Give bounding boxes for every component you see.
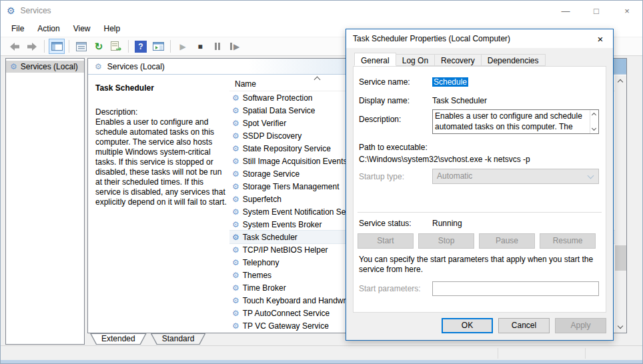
ok-button[interactable]: OK <box>442 318 493 333</box>
menu-file[interactable]: File <box>5 22 31 35</box>
service-gear-icon: ⚙ <box>232 297 239 305</box>
resume-button[interactable]: Resume <box>540 233 596 249</box>
service-gear-icon: ⚙ <box>232 195 239 203</box>
service-name: SSDP Discovery <box>243 131 301 141</box>
forward-icon[interactable] <box>24 39 40 54</box>
show-action-pane-icon[interactable] <box>150 39 166 54</box>
toolbar-separator <box>69 40 69 53</box>
window-bottom-edge <box>1 360 642 363</box>
apply-button[interactable]: Apply <box>555 318 606 333</box>
dialog-title-bar: Task Scheduler Properties (Local Compute… <box>346 29 613 48</box>
statusbar-divider <box>585 348 586 359</box>
service-name: Spatial Data Service <box>243 106 315 115</box>
menu-view[interactable]: View <box>67 22 97 35</box>
minimize-button[interactable]: — <box>550 1 581 21</box>
refresh-icon[interactable]: ↻ <box>91 39 107 54</box>
selected-service-title: Task Scheduler <box>95 83 229 93</box>
service-gear-icon: ⚙ <box>232 284 239 292</box>
menu-action[interactable]: Action <box>31 22 66 35</box>
services-scrollbar[interactable] <box>615 75 626 333</box>
service-gear-icon: ⚙ <box>232 157 239 165</box>
services-app-icon: ⚙ <box>7 5 15 16</box>
service-name: TP VC Gateway Service <box>243 321 329 331</box>
export-list-icon[interactable] <box>108 39 124 54</box>
display-name-value: Task Scheduler <box>432 96 487 105</box>
chevron-down-icon <box>588 173 594 179</box>
startup-type-label: Startup type: <box>359 172 404 181</box>
scroll-up-icon[interactable] <box>592 113 596 117</box>
close-button[interactable]: × <box>612 1 642 21</box>
service-name: Storage Service <box>243 169 299 179</box>
extended-description-pane: Task Scheduler Description: Enables a us… <box>95 83 229 207</box>
restart-service-icon[interactable]: ▶ <box>227 39 243 54</box>
service-gear-icon: ⚙ <box>232 132 239 140</box>
tree-item-label: Services (Local) <box>21 62 78 71</box>
start-service-icon[interactable]: ▶ <box>175 39 191 54</box>
tree-item-services-local[interactable]: ⚙ Services (Local) <box>6 61 84 73</box>
service-gear-icon: ⚙ <box>232 183 239 191</box>
service-gear-icon: ⚙ <box>232 94 239 102</box>
toolbar-separator <box>44 40 45 53</box>
toolbar-separator <box>170 40 171 53</box>
tab-dependencies[interactable]: Dependencies <box>482 54 546 66</box>
service-name-value: Schedule <box>432 77 468 87</box>
scrollbar-thumb[interactable] <box>615 245 626 271</box>
stop-button[interactable]: Stop <box>418 233 474 249</box>
start-parameters-input[interactable] <box>432 281 599 296</box>
service-gear-icon: ⚙ <box>232 221 239 229</box>
tab-standard[interactable]: Standard <box>151 333 206 345</box>
service-name: Themes <box>243 271 271 280</box>
toolbar-separator <box>128 40 129 53</box>
service-gear-icon: ⚙ <box>232 208 239 216</box>
console-tree: ⚙ Services (Local) <box>5 58 85 345</box>
dialog-description-label: Description: <box>359 115 401 124</box>
help-icon[interactable]: ? <box>133 39 149 54</box>
window-controls: — □ × <box>550 1 642 21</box>
show-console-tree-icon[interactable] <box>49 39 65 54</box>
cancel-button[interactable]: Cancel <box>498 318 550 333</box>
service-name: Still Image Acquisition Events <box>243 157 348 166</box>
description-scrollbar[interactable] <box>590 110 598 133</box>
service-gear-icon: ⚙ <box>232 322 239 330</box>
menu-help[interactable]: Help <box>97 22 127 35</box>
pause-service-icon[interactable] <box>209 39 225 54</box>
scroll-down-icon[interactable] <box>592 126 596 131</box>
service-gear-icon: ⚙ <box>232 259 239 267</box>
properties-dialog: Task Scheduler Properties (Local Compute… <box>346 29 614 341</box>
dialog-tabs: General Log On Recovery Dependencies <box>354 54 546 67</box>
stop-service-icon[interactable]: ■ <box>192 39 208 54</box>
general-tab-page: Service name: Schedule Display name: Tas… <box>353 66 606 313</box>
service-name: Storage Tiers Management <box>243 182 340 191</box>
service-name: System Events Broker <box>243 220 322 229</box>
services-gear-icon: ⚙ <box>95 63 102 71</box>
scroll-down-icon[interactable] <box>615 321 626 333</box>
description-field[interactable]: Enables a user to configure and schedule… <box>432 109 599 134</box>
back-icon[interactable] <box>7 39 23 54</box>
maximize-button[interactable]: □ <box>581 1 612 21</box>
tab-recovery[interactable]: Recovery <box>435 54 482 66</box>
path-value: C:\Windows\system32\svchost.exe -k netsv… <box>359 155 530 164</box>
service-status-label: Service status: <box>359 219 412 228</box>
services-gear-icon: ⚙ <box>10 63 17 71</box>
description-text: Enables a user to configure and schedule… <box>95 117 229 207</box>
tab-extended[interactable]: Extended <box>90 333 147 345</box>
tab-log-on[interactable]: Log On <box>396 54 435 66</box>
pause-button[interactable]: Pause <box>479 233 535 249</box>
properties-icon[interactable] <box>73 39 89 54</box>
service-gear-icon: ⚙ <box>232 309 239 317</box>
service-name: Telephony <box>243 258 279 267</box>
service-name: TP AutoConnect Service <box>243 309 330 318</box>
start-button[interactable]: Start <box>358 233 414 249</box>
service-name: Time Broker <box>243 283 286 293</box>
tab-general[interactable]: General <box>354 53 396 66</box>
startup-type-select[interactable]: Automatic <box>432 169 599 184</box>
services-window: ⚙ Services — □ × File Action View Help ↻ <box>0 0 643 364</box>
statusbar-divider <box>498 348 498 359</box>
service-name: System Event Notification Service <box>243 207 363 217</box>
panel-header-label: Services (Local) <box>107 62 165 71</box>
scroll-up-icon[interactable] <box>615 75 626 87</box>
service-gear-icon: ⚙ <box>232 170 239 178</box>
sort-ascending-icon <box>314 77 321 83</box>
dialog-close-icon[interactable]: × <box>592 31 609 47</box>
service-gear-icon: ⚙ <box>232 119 239 127</box>
